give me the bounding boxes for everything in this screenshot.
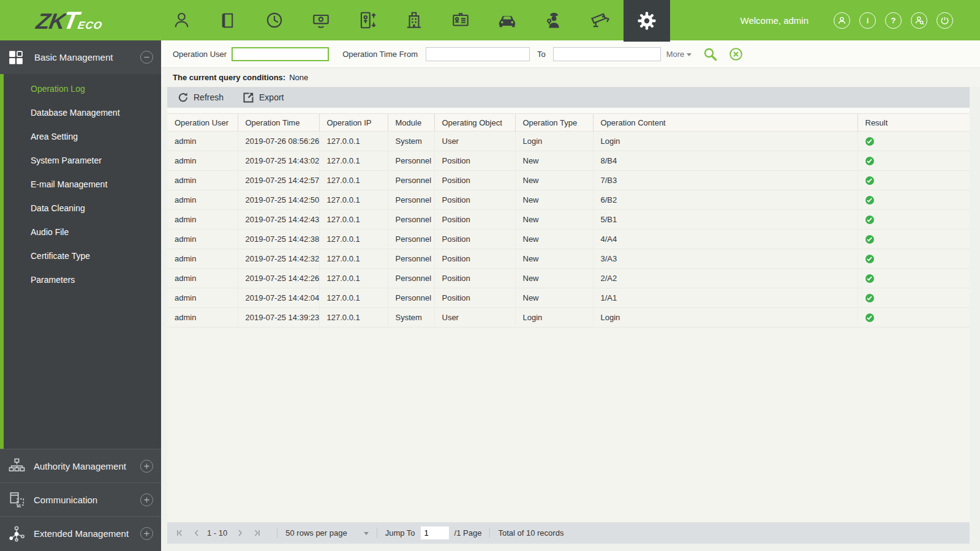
operation-time-from-label: Operation Time From — [342, 50, 418, 59]
col-result[interactable]: Result — [858, 114, 970, 132]
next-page-button[interactable] — [236, 529, 244, 537]
operation-time-from-input[interactable] — [426, 47, 530, 61]
sidebar-item-operation-log[interactable]: Operation Log — [4, 77, 161, 101]
operation-log-table: Operation User Operation Time Operation … — [167, 113, 970, 522]
export-button[interactable]: Export — [243, 92, 284, 103]
col-module[interactable]: Module — [388, 114, 434, 132]
sidebar-item-email-management[interactable]: E-mail Management — [4, 173, 161, 197]
cell-result — [858, 230, 970, 249]
success-icon — [865, 216, 874, 224]
table-row[interactable]: admin2019-07-25 14:39:23127.0.0.1SystemU… — [167, 308, 970, 328]
hotel-icon[interactable] — [391, 0, 437, 40]
table-row[interactable]: admin2019-07-25 14:42:38127.0.0.1Personn… — [167, 230, 970, 249]
sidebar-item-parameters[interactable]: Parameters — [4, 268, 161, 292]
refresh-button[interactable]: Refresh — [178, 92, 224, 103]
table-header-row: Operation User Operation Time Operation … — [167, 114, 970, 132]
table-row[interactable]: admin2019-07-25 14:42:04127.0.0.1Personn… — [167, 288, 970, 308]
chevron-down-icon — [364, 532, 369, 535]
cell-user: admin — [167, 230, 238, 249]
table-row[interactable]: admin2019-07-26 08:56:26127.0.0.1SystemU… — [167, 132, 970, 151]
cell-object: User — [434, 308, 515, 328]
info-icon[interactable]: i — [859, 12, 876, 29]
sidebar-item-database-management[interactable]: Database Management — [4, 101, 161, 125]
patrol-icon[interactable] — [530, 0, 577, 40]
system-settings-icon[interactable] — [624, 0, 670, 42]
clear-filter-icon[interactable] — [729, 47, 743, 61]
sidebar-section-authority-management[interactable]: Authority Management — [0, 449, 161, 482]
network-icon — [7, 525, 26, 542]
table-row[interactable]: admin2019-07-25 14:42:57127.0.0.1Personn… — [167, 171, 970, 190]
jump-to-input[interactable] — [421, 527, 449, 539]
cell-result — [858, 190, 970, 210]
prev-page-button[interactable] — [193, 529, 201, 537]
cell-type: New — [515, 288, 593, 308]
parking-icon[interactable] — [484, 0, 530, 40]
power-icon[interactable] — [937, 12, 953, 29]
cell-ip: 127.0.0.1 — [319, 151, 388, 171]
table-row[interactable]: admin2019-07-25 14:42:26127.0.0.1Personn… — [167, 269, 970, 288]
total-records: Total of 10 records — [498, 528, 564, 538]
cell-time: 2019-07-25 14:43:02 — [238, 151, 319, 171]
cell-user: admin — [167, 249, 238, 269]
col-operating-object[interactable]: Operating Object — [434, 114, 515, 132]
success-icon — [865, 274, 874, 283]
main-content: Operation User Operation Time From To Mo… — [161, 40, 980, 551]
sidebar-item-data-cleaning[interactable]: Data Cleaning — [4, 197, 161, 220]
visitor-icon[interactable] — [437, 0, 484, 40]
first-page-button[interactable] — [176, 529, 184, 537]
collapse-icon[interactable] — [140, 51, 153, 64]
cell-type: Login — [515, 132, 593, 151]
video-icon[interactable] — [577, 0, 624, 40]
cell-user: admin — [167, 151, 238, 171]
expand-icon[interactable] — [140, 460, 153, 473]
org-chart-icon — [7, 458, 26, 474]
col-operation-user[interactable]: Operation User — [167, 114, 238, 132]
table-row[interactable]: admin2019-07-25 14:42:43127.0.0.1Personn… — [167, 210, 970, 230]
col-operation-content[interactable]: Operation Content — [593, 114, 858, 132]
profile-icon[interactable] — [834, 12, 850, 29]
top-bar: ZKTECO — [0, 0, 980, 40]
cell-time: 2019-07-26 08:56:26 — [238, 132, 319, 151]
last-page-button[interactable] — [252, 529, 260, 537]
sidebar-item-certificate-type[interactable]: Certificate Type — [4, 244, 161, 268]
rows-per-page-select[interactable]: 50 rows per page — [285, 528, 368, 538]
col-operation-type[interactable]: Operation Type — [515, 114, 593, 132]
user-query-icon[interactable] — [911, 12, 927, 29]
section-label: Extended Management — [34, 528, 140, 539]
jump-to-label: Jump To — [385, 528, 415, 538]
access-control-icon[interactable] — [205, 0, 251, 40]
col-operation-time[interactable]: Operation Time — [238, 114, 319, 132]
zkteco-logo: ZKTECO — [34, 7, 105, 34]
cell-object: Position — [434, 230, 515, 249]
sidebar-section-extended-management[interactable]: Extended Management — [0, 516, 161, 550]
query-conditions-label: The current query conditions: — [173, 73, 285, 82]
table-row[interactable]: admin2019-07-25 14:42:50127.0.0.1Personn… — [167, 190, 970, 210]
sidebar-item-audio-file[interactable]: Audio File — [4, 220, 161, 244]
help-icon[interactable]: ? — [885, 12, 902, 29]
elevator-icon[interactable] — [344, 0, 391, 40]
cell-type: New — [515, 210, 593, 230]
cell-object: Position — [434, 190, 515, 210]
table-row[interactable]: admin2019-07-25 14:43:02127.0.0.1Personn… — [167, 151, 970, 171]
cell-ip: 127.0.0.1 — [319, 269, 388, 288]
cell-ip: 127.0.0.1 — [319, 230, 388, 249]
sidebar-item-area-setting[interactable]: Area Setting — [4, 125, 161, 149]
search-icon[interactable] — [703, 47, 717, 61]
table-row[interactable]: admin2019-07-25 14:42:32127.0.0.1Personn… — [167, 249, 970, 269]
personnel-icon[interactable] — [158, 0, 205, 40]
operation-time-to-input[interactable] — [553, 47, 661, 61]
grid-icon — [8, 50, 24, 66]
col-operation-ip[interactable]: Operation IP — [319, 114, 388, 132]
cell-time: 2019-07-25 14:42:26 — [238, 269, 319, 288]
more-dropdown[interactable]: More — [666, 50, 692, 59]
operation-user-input[interactable] — [232, 47, 329, 61]
consumption-icon[interactable] — [298, 0, 344, 40]
expand-icon[interactable] — [140, 493, 153, 506]
sidebar-section-basic-management[interactable]: Basic Management — [0, 40, 161, 74]
sidebar-item-system-parameter[interactable]: System Parameter — [4, 149, 161, 173]
cell-result — [858, 151, 970, 171]
page-range: 1 - 10 — [207, 528, 227, 538]
sidebar-section-communication[interactable]: Communication — [0, 482, 161, 516]
expand-icon[interactable] — [140, 527, 153, 540]
attendance-icon[interactable] — [251, 0, 298, 40]
